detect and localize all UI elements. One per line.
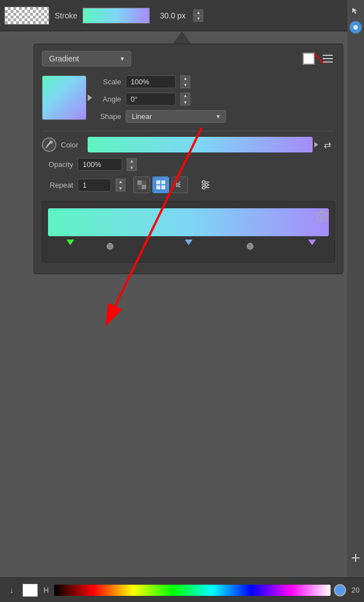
- stroke-swatch[interactable]: [4, 7, 49, 25]
- svg-rect-8: [137, 180, 142, 185]
- color-row: Color ⇄: [42, 137, 335, 152]
- shape-chevron-down-icon: ▾: [217, 113, 220, 120]
- no-color-icon: [303, 52, 315, 65]
- plus-icon: [351, 553, 360, 562]
- chevron-down-icon: ▾: [121, 55, 124, 63]
- settings-button[interactable]: [197, 176, 214, 193]
- shape-label: Shape: [94, 112, 121, 121]
- svg-line-7: [46, 146, 47, 148]
- gradient-panel: Gradient ▾ Scale: [33, 44, 343, 274]
- reverse-button[interactable]: ⇄: [319, 137, 335, 152]
- stroke-value: 30.0 px: [160, 11, 185, 20]
- trash-icon: [317, 211, 327, 222]
- gradient-bar-large[interactable]: [48, 208, 329, 236]
- svg-point-20: [203, 181, 205, 184]
- gradient-type-dropdown[interactable]: Gradient ▾: [42, 51, 131, 66]
- preview-arrow-icon: [88, 94, 92, 101]
- panel-header: Gradient ▾: [42, 51, 335, 66]
- opacity-label: Opacity: [42, 160, 73, 169]
- stroke-stepper[interactable]: ▲ ▼: [193, 9, 203, 22]
- svg-rect-12: [156, 180, 160, 184]
- hamburger-icon: [323, 55, 333, 63]
- scale-input[interactable]: 100%: [126, 75, 176, 88]
- menu-button[interactable]: [320, 51, 335, 66]
- gradient-stop-circle-2[interactable]: [247, 243, 253, 250]
- shape-row: Shape Linear ▾: [94, 110, 335, 123]
- svg-rect-14: [156, 185, 160, 189]
- stop-blue-triangle: [185, 240, 193, 245]
- repeat-none-button[interactable]: [133, 176, 150, 193]
- right-add-button[interactable]: [351, 553, 360, 564]
- circle-tool-icon: [353, 25, 358, 30]
- stop-green-triangle: [66, 240, 74, 245]
- repeat-input[interactable]: 1: [78, 179, 111, 192]
- gradient-stop-green[interactable]: [66, 240, 74, 245]
- controls-grid: Scale 100% ▲ ▼ Angle 0° ▲ ▼ Shape: [94, 75, 335, 123]
- svg-rect-2: [323, 61, 333, 63]
- gradient-stop-circle-1[interactable]: [107, 243, 113, 250]
- repeat-row: Repeat 1 ▲ ▼: [42, 176, 335, 193]
- right-tool-active[interactable]: [349, 21, 362, 34]
- scale-label: Scale: [94, 78, 121, 86]
- panel-header-icons: [301, 51, 335, 66]
- angle-stepper-down[interactable]: ▼: [180, 99, 190, 106]
- stroke-stepper-up[interactable]: ▲: [193, 9, 203, 16]
- color-label: Color: [61, 141, 83, 149]
- repeat-stepper-up[interactable]: ▲: [116, 179, 126, 185]
- svg-point-34: [353, 25, 358, 30]
- repeat-stepper[interactable]: ▲ ▼: [116, 179, 126, 192]
- panel-pointer: [173, 31, 191, 44]
- gradient-stop-purple[interactable]: [308, 240, 316, 245]
- delete-gradient-button[interactable]: [314, 208, 330, 224]
- repeat-mirror-button[interactable]: [171, 176, 188, 193]
- tile-icon: [156, 180, 165, 189]
- stop-circle-1: [107, 243, 113, 250]
- repeat-icons: [133, 176, 188, 193]
- repeat-label: Repeat: [42, 181, 73, 189]
- svg-rect-9: [142, 185, 146, 189]
- stroke-gradient-preview[interactable]: [83, 8, 150, 23]
- bottom-h-label: H: [41, 586, 51, 594]
- opacity-stepper[interactable]: ▲ ▼: [127, 158, 137, 171]
- gradient-stop-blue[interactable]: [185, 240, 193, 245]
- right-edge-bar: [347, 0, 364, 602]
- angle-stepper-up[interactable]: ▲: [180, 93, 190, 99]
- stroke-label: Stroke: [55, 11, 77, 20]
- color-picker-circle[interactable]: [334, 584, 346, 596]
- angle-stepper[interactable]: ▲ ▼: [180, 93, 190, 106]
- bottom-bar: ↓ H 20: [0, 577, 364, 602]
- eyedropper-button[interactable]: [42, 137, 56, 152]
- angle-label: Angle: [94, 95, 121, 103]
- gradient-preview-box[interactable]: [42, 75, 87, 120]
- repeat-tile-button[interactable]: [152, 176, 169, 193]
- scale-stepper[interactable]: ▲ ▼: [180, 75, 190, 88]
- bottom-number: 20: [352, 586, 360, 594]
- opacity-stepper-down[interactable]: ▼: [127, 165, 137, 171]
- eyedropper-icon: [45, 141, 53, 149]
- angle-input[interactable]: 0°: [126, 93, 176, 106]
- scale-stepper-down[interactable]: ▼: [180, 82, 190, 88]
- repeat-stepper-down[interactable]: ▼: [116, 185, 126, 192]
- stroke-stepper-down[interactable]: ▼: [193, 16, 203, 22]
- scale-stepper-up[interactable]: ▲: [180, 75, 190, 82]
- svg-marker-33: [352, 8, 357, 14]
- right-tool-1[interactable]: [349, 4, 362, 18]
- color-gradient-bar[interactable]: [88, 137, 313, 152]
- svg-rect-15: [161, 185, 165, 189]
- no-color-button[interactable]: [301, 51, 316, 66]
- shape-dropdown-value: Linear: [132, 112, 152, 121]
- scale-row: Scale 100% ▲ ▼: [94, 75, 335, 88]
- angle-row: Angle 0° ▲ ▼: [94, 93, 335, 106]
- svg-rect-10: [142, 180, 146, 185]
- bottom-down-arrow-button[interactable]: ↓: [4, 583, 19, 598]
- checkerboard-icon: [137, 180, 146, 189]
- top-bar: Stroke 30.0 px ▲ ▼: [0, 0, 364, 31]
- shape-dropdown[interactable]: Linear ▾: [126, 110, 226, 123]
- opacity-stepper-up[interactable]: ▲: [127, 158, 137, 164]
- bottom-white-swatch[interactable]: [22, 584, 38, 597]
- opacity-input[interactable]: 100%: [78, 158, 122, 171]
- divider-1: [42, 131, 335, 131]
- stop-purple-triangle: [308, 240, 316, 245]
- color-spectrum-strip[interactable]: [54, 585, 330, 596]
- color-bar-container: [88, 137, 313, 152]
